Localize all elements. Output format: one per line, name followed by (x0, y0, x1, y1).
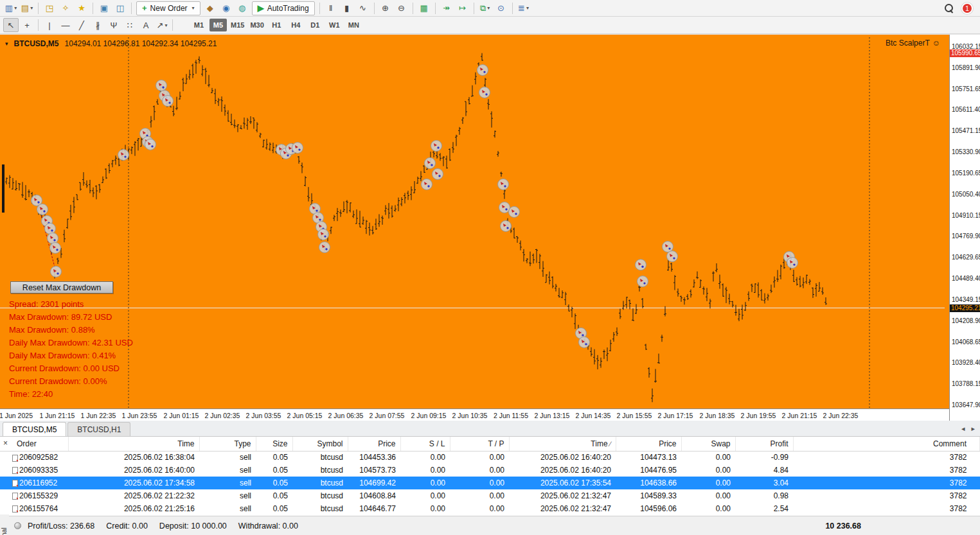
dropdown-caret-icon[interactable]: ▾ (30, 5, 33, 11)
chart-shift-icon[interactable]: ↦ (455, 1, 470, 15)
autotrading-glyph-icon: ▶ (258, 4, 264, 12)
favorites-icon[interactable]: ★ (74, 1, 89, 15)
history-row[interactable]: 2061169522025.06.02 17:34:58sell0.05btcu… (0, 477, 980, 489)
ea-info-line: Spread: 2301 points (9, 298, 133, 311)
cell-sl: 0.00 (400, 464, 450, 477)
expert-smiley-icon[interactable]: ☺ (932, 39, 940, 48)
tab-scroll-right-icon[interactable]: ▸ (971, 425, 975, 433)
timeframe-m1[interactable]: M1 (190, 19, 208, 31)
indicator-list-icon[interactable]: ≣▾ (516, 1, 531, 15)
timeframe-h4[interactable]: H4 (287, 19, 305, 31)
line-style-icon[interactable]: ∿ (355, 1, 371, 15)
data-window-icon[interactable]: ▣ (96, 1, 112, 15)
profiles-icon[interactable]: ▤▾ (19, 1, 35, 15)
timeframe-m15[interactable]: M15 (229, 19, 246, 31)
vertical-line-icon[interactable]: | (42, 18, 57, 32)
cell-open_price: 104608.84 (348, 489, 400, 502)
reset-max-drawdown-button[interactable]: Reset Max Drawdown (10, 281, 113, 294)
cell-sl: 0.00 (400, 489, 450, 502)
history-row[interactable]: 2060933352025.06.02 16:40:00sell0.05btcu… (0, 464, 980, 477)
dropdown-caret-icon[interactable]: ▾ (526, 5, 529, 11)
new-chart-icon[interactable]: ▥▾ (3, 1, 19, 15)
timeframe-mn[interactable]: MN (345, 19, 362, 31)
cell-profit: 0.98 (735, 489, 793, 502)
timeframe-m30[interactable]: M30 (248, 19, 265, 31)
shapes-icon[interactable]: ∷ (122, 18, 138, 32)
text-label-icon[interactable]: A (138, 18, 154, 32)
new-order-button[interactable]: +New Order▾ (136, 1, 200, 15)
candles-style-icon[interactable]: ▮ (339, 1, 355, 15)
search-icon[interactable] (945, 4, 954, 13)
column-header-10-swap[interactable]: Swap (681, 437, 735, 451)
vertical-line-glyph-icon: | (48, 21, 50, 30)
chart-tab-btcusd-h1[interactable]: BTCUSD,H1 (67, 422, 130, 436)
timeframe-h1[interactable]: H1 (268, 19, 285, 31)
time-axis-label: 2 Jun 14:35 (576, 412, 611, 419)
column-header-0-order[interactable]: Order (0, 437, 68, 451)
cell-tp: 0.00 (450, 489, 509, 502)
column-header-7-tp[interactable]: T / P (450, 437, 509, 451)
timeframe-d1[interactable]: D1 (307, 19, 324, 31)
dropdown-caret-icon[interactable]: ▾ (14, 5, 17, 11)
auto-scroll-icon[interactable]: ↠ (439, 1, 454, 15)
horizontal-line-icon[interactable]: — (58, 18, 73, 32)
deposit-icon[interactable]: ◆ (202, 1, 218, 15)
mql5-services-icon[interactable]: ◳ (42, 1, 57, 15)
terminal-side-tab[interactable]: Terminal (0, 514, 9, 535)
column-header-8-time[interactable]: Time ∕ (509, 437, 616, 451)
column-header-3-size[interactable]: Size (256, 437, 292, 451)
price-scale-label: 104349.15 (952, 296, 980, 304)
chart-tab-bar: BTCUSD,M5 BTCUSD,H1 ◂ ▸ (0, 421, 980, 437)
price-scale-label: 104629.65 (952, 254, 980, 261)
andrews-pitchfork-icon[interactable]: Ψ (106, 18, 121, 32)
crosshair-icon[interactable]: + (19, 18, 35, 32)
toolbox-close-icon[interactable]: × (3, 439, 8, 447)
history-row[interactable]: 2060925822025.06.02 16:38:04sell0.05btcu… (0, 451, 980, 464)
dropdown-caret-icon[interactable]: ▾ (165, 22, 167, 28)
history-table: OrderTimeTypeSizeSymbolPriceS / LT / PTi… (0, 437, 980, 515)
column-header-2-type[interactable]: Type (199, 437, 256, 451)
new-window-icon[interactable]: ⧉▾ (477, 1, 493, 15)
price-scale[interactable]: 106032.15105891.90105751.65105611.401054… (949, 35, 980, 421)
dropdown-caret-icon[interactable]: ▾ (487, 5, 490, 11)
bid-price-label: 104295.21 (950, 304, 980, 312)
dropdown-caret-icon[interactable]: ▾ (192, 5, 195, 11)
column-header-4-symbol[interactable]: Symbol (292, 437, 348, 451)
tab-scroll-left-icon[interactable]: ◂ (961, 425, 965, 433)
autotrading-button[interactable]: ▶AutoTrading (252, 1, 315, 15)
tile-windows-icon[interactable]: ▦ (416, 1, 432, 15)
history-row[interactable]: 2061553292025.06.02 21:22:32sell0.05btcu… (0, 489, 980, 502)
zoom-out-icon[interactable]: ⊖ (394, 1, 409, 15)
cell-order: 206093335 (18, 464, 68, 477)
zoom-out-glyph-icon: ⊖ (398, 4, 405, 12)
chart-tab-btcusd-m5[interactable]: BTCUSD,M5 (3, 422, 66, 436)
cell-sl: 0.00 (400, 451, 450, 464)
economic-calendar-icon[interactable]: ✧ (58, 1, 73, 15)
mql5-community-icon[interactable]: ◍ (235, 1, 250, 15)
column-header-12-comment[interactable]: Comment (793, 437, 980, 451)
cursor-icon[interactable]: ↖ (3, 18, 19, 32)
trendline-icon[interactable]: ╱ (74, 18, 89, 32)
chart-collapse-icon[interactable]: ▾ (5, 40, 8, 47)
notifications-badge[interactable]: 1 (961, 3, 973, 14)
time-axis[interactable]: 1 Jun 20251 Jun 21:151 Jun 22:351 Jun 23… (0, 408, 949, 421)
zoom-in-icon[interactable]: ⊕ (378, 1, 393, 15)
deal-icon-cell (0, 489, 18, 502)
cell-close_price: 104638.66 (616, 477, 681, 489)
chart-canvas[interactable] (0, 37, 945, 408)
equidistant-channel-icon[interactable]: ∦ (90, 18, 105, 32)
timeframe-w1[interactable]: W1 (326, 19, 343, 31)
column-header-6-sl[interactable]: S / L (400, 437, 450, 451)
arrows-icon[interactable]: ↗▾ (154, 18, 170, 32)
chats-icon[interactable]: ◉ (218, 1, 234, 15)
market-watch-icon[interactable]: ◫ (112, 1, 128, 15)
column-header-5-price[interactable]: Price (348, 437, 400, 451)
bars-style-icon[interactable]: ‖ (323, 1, 339, 15)
cell-sl: 0.00 (400, 477, 450, 489)
column-header-11-profit[interactable]: Profit (735, 437, 793, 451)
column-header-1-time[interactable]: Time (68, 437, 199, 451)
column-header-9-price[interactable]: Price (616, 437, 681, 451)
history-row[interactable]: 2061557642025.06.02 21:25:16sell0.05btcu… (0, 502, 980, 515)
clock-icon[interactable]: ⊙ (494, 1, 509, 15)
timeframe-m5[interactable]: M5 (209, 19, 227, 31)
